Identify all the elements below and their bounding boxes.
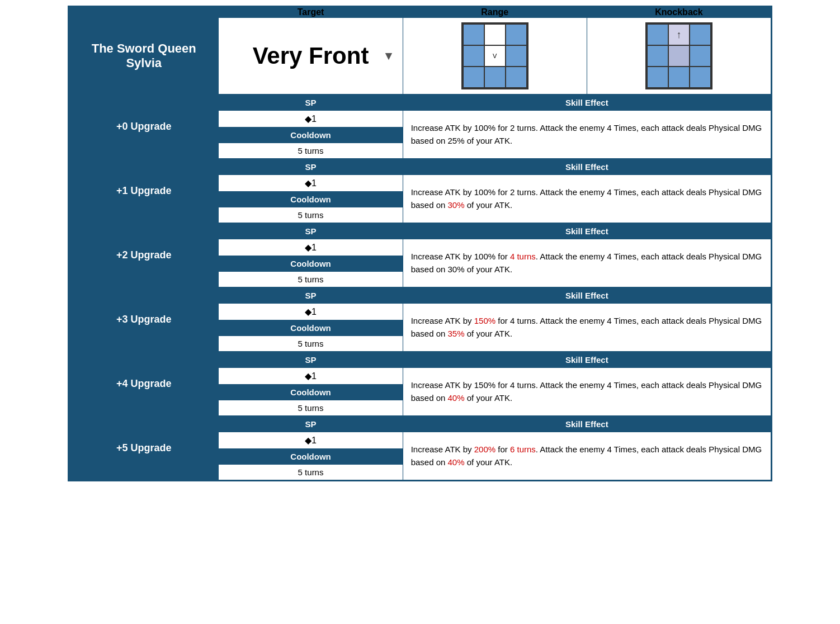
grid-cell-2-2 bbox=[506, 67, 526, 87]
upgrade-0-label: +0 Upgrade bbox=[69, 94, 219, 159]
upgrade-3-sp-value: ◆1 bbox=[219, 304, 403, 320]
upgrade-5-cooldown-value: 5 turns bbox=[219, 465, 403, 480]
upgrade-4-skill-effect-header: Skill Effect bbox=[403, 352, 771, 368]
upgrade-4-sp-value: ◆1 bbox=[219, 368, 403, 385]
knockback-grid: ↑ bbox=[645, 22, 712, 89]
upgrade-1-cooldown-value: 5 turns bbox=[219, 207, 403, 224]
upgrade-0-skill-effect-header: Skill Effect bbox=[403, 94, 771, 111]
upgrade-0-cooldown-header: Cooldown bbox=[219, 127, 403, 143]
kb-cell-0-1: ↑ bbox=[669, 25, 689, 45]
character-name-cell: The Sword Queen Sylvia bbox=[69, 18, 219, 95]
upgrade-5-skill-effect-header: Skill Effect bbox=[403, 416, 771, 432]
upgrade-4-sp-row: +4 UpgradeSPSkill Effect bbox=[69, 352, 771, 368]
upgrade-2-cooldown-value: 5 turns bbox=[219, 272, 403, 288]
upgrade-5-skill-effect-text: Increase ATK by 200% for 6 turns. Attack… bbox=[403, 432, 771, 480]
upgrade-2-skill-effect-text: Increase ATK by 100% for 4 turns. Attack… bbox=[403, 239, 771, 288]
upgrade-4-cooldown-header: Cooldown bbox=[219, 385, 403, 400]
kb-cell-2-0 bbox=[648, 67, 668, 87]
kb-cell-0-2 bbox=[690, 25, 710, 45]
upgrade-0-cooldown-value: 5 turns bbox=[219, 143, 403, 159]
dropdown-arrow-icon: ▾ bbox=[385, 49, 391, 63]
character-name: The Sword Queen Sylvia bbox=[92, 41, 196, 70]
target-value: Very Front bbox=[253, 42, 369, 69]
upgrade-3-skill-effect-text: Increase ATK by 150% for 4 turns. Attack… bbox=[403, 304, 771, 352]
range-header: Range bbox=[403, 7, 587, 18]
upgrade-1-skill-effect-header: Skill Effect bbox=[403, 159, 771, 175]
upgrade-3-label: +3 Upgrade bbox=[69, 287, 219, 352]
upgrade-0-sp-value: ◆1 bbox=[219, 111, 403, 127]
range-grid: V bbox=[461, 22, 528, 89]
kb-cell-1-0 bbox=[648, 46, 668, 66]
upgrade-4-cooldown-value: 5 turns bbox=[219, 400, 403, 417]
upgrade-2-cooldown-header: Cooldown bbox=[219, 256, 403, 272]
knockback-header-label: Knockback bbox=[655, 7, 702, 17]
grid-cell-0-0 bbox=[464, 25, 484, 45]
grid-cell-2-0 bbox=[464, 67, 484, 87]
kb-cell-1-2 bbox=[690, 46, 710, 66]
knockback-grid-cell: ↑ bbox=[587, 18, 771, 95]
upgrade-2-sp-header: SP bbox=[219, 223, 403, 239]
upgrade-1-sp-value: ◆1 bbox=[219, 175, 403, 192]
upgrade-3-cooldown-value: 5 turns bbox=[219, 336, 403, 352]
top-info-row: The Sword Queen Sylvia Very Front ▾ V bbox=[69, 18, 771, 95]
upgrade-1-label: +1 Upgrade bbox=[69, 159, 219, 223]
grid-cell-2-1 bbox=[485, 67, 505, 87]
upgrade-2-sp-row: +2 UpgradeSPSkill Effect bbox=[69, 223, 771, 239]
upgrade-0-sp-row: +0 UpgradeSPSkill Effect bbox=[69, 94, 771, 111]
upgrade-3-skill-effect-header: Skill Effect bbox=[403, 287, 771, 304]
grid-cell-1-0 bbox=[464, 46, 484, 66]
upgrade-1-cooldown-header: Cooldown bbox=[219, 192, 403, 207]
upgrade-2-label: +2 Upgrade bbox=[69, 223, 219, 287]
upgrade-5-sp-value: ◆1 bbox=[219, 432, 403, 449]
upgrade-4-sp-header: SP bbox=[219, 352, 403, 368]
target-header: Target bbox=[219, 7, 403, 18]
upgrade-1-sp-header: SP bbox=[219, 159, 403, 175]
upgrade-2-sp-value: ◆1 bbox=[219, 239, 403, 256]
grid-cell-1-1: V bbox=[485, 46, 505, 66]
upgrade-1-skill-effect-text: Increase ATK by 100% for 2 turns. Attack… bbox=[403, 175, 771, 224]
upgrade-2-skill-effect-header: Skill Effect bbox=[403, 223, 771, 239]
upgrade-3-sp-header: SP bbox=[219, 287, 403, 304]
upgrade-5-sp-header: SP bbox=[219, 416, 403, 432]
range-header-label: Range bbox=[481, 7, 508, 17]
upgrade-5-label: +5 Upgrade bbox=[69, 416, 219, 480]
upgrade-0-skill-effect-text: Increase ATK by 100% for 2 turns. Attack… bbox=[403, 111, 771, 159]
upgrade-4-skill-effect-text: Increase ATK by 150% for 4 turns. Attack… bbox=[403, 368, 771, 417]
header-row: Target Range Knockback bbox=[69, 7, 771, 18]
character-header bbox=[69, 7, 219, 18]
upgrade-1-sp-row: +1 UpgradeSPSkill Effect bbox=[69, 159, 771, 175]
range-grid-cell: V bbox=[403, 18, 587, 95]
upgrade-3-sp-row: +3 UpgradeSPSkill Effect bbox=[69, 287, 771, 304]
upgrade-0-sp-header: SP bbox=[219, 94, 403, 111]
kb-cell-2-2 bbox=[690, 67, 710, 87]
knockback-header: Knockback bbox=[587, 7, 771, 18]
upgrade-5-sp-row: +5 UpgradeSPSkill Effect bbox=[69, 416, 771, 432]
kb-cell-0-0 bbox=[648, 25, 668, 45]
grid-cell-0-1 bbox=[485, 25, 505, 45]
target-header-label: Target bbox=[298, 7, 324, 17]
upgrade-4-label: +4 Upgrade bbox=[69, 352, 219, 416]
main-table: Target Range Knockback The Sword Queen S… bbox=[68, 6, 772, 481]
upgrade-3-cooldown-header: Cooldown bbox=[219, 320, 403, 336]
target-value-cell[interactable]: Very Front ▾ bbox=[219, 18, 403, 95]
upgrade-5-cooldown-header: Cooldown bbox=[219, 449, 403, 465]
kb-cell-1-1 bbox=[669, 46, 689, 66]
grid-cell-1-2 bbox=[506, 46, 526, 66]
kb-cell-2-1 bbox=[669, 67, 689, 87]
grid-cell-0-2 bbox=[506, 25, 526, 45]
